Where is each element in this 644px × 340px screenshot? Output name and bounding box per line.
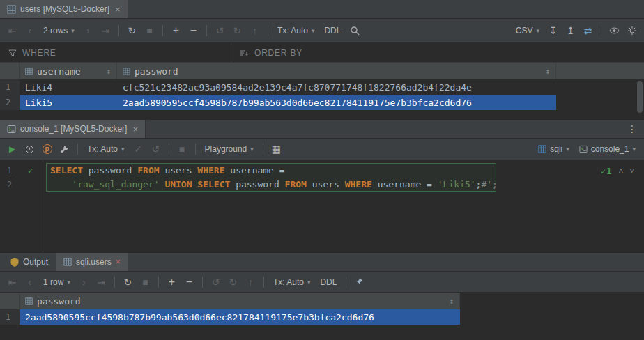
column-icon — [25, 298, 33, 305]
ddl-button[interactable]: DDL — [320, 23, 345, 39]
cancel-button[interactable]: ■ — [174, 141, 190, 157]
sort-icon[interactable]: ↕ — [449, 297, 454, 306]
redo-button[interactable]: ↻ — [229, 23, 245, 39]
order-by-input[interactable]: ORDER BY — [231, 43, 311, 62]
tx-mode-label: Tx: Auto — [87, 144, 118, 154]
preview-eye-icon[interactable] — [606, 23, 622, 39]
editor-tab-bar: users [MySQL5-Docker] × — [0, 0, 644, 19]
tab-users-grid[interactable]: users [MySQL5-Docker] × — [0, 0, 128, 18]
scrollbar-thumb[interactable] — [637, 81, 643, 113]
console-tab-bar: console_1 [MySQL5-Docker] × ⋮ — [0, 120, 644, 139]
next-row-button[interactable]: › — [80, 23, 96, 39]
cell-username[interactable]: Liki4 — [20, 79, 117, 95]
column-header-username[interactable]: username ↕ — [20, 63, 117, 79]
where-filter-input[interactable]: WHERE — [0, 43, 231, 62]
tab-console[interactable]: console_1 [MySQL5-Docker] × — [0, 120, 146, 138]
vertical-scrollbar[interactable] — [637, 81, 643, 127]
cell-password[interactable]: 2aad5890595ccf4598b787b99ab563d0d66ec821… — [117, 95, 556, 110]
tx-mode-dropdown[interactable]: Tx: Auto ▾ — [269, 274, 315, 290]
chevron-up-icon[interactable]: ˄ — [618, 166, 623, 176]
settings-gear-icon[interactable] — [624, 23, 640, 39]
column-header-password[interactable]: password ↕ — [20, 293, 460, 309]
first-row-button[interactable]: ⇤ — [4, 274, 20, 290]
table-row-selected[interactable]: 1 2aad5890595ccf4598b787b99ab563d0d66ec8… — [0, 309, 460, 325]
revert-button[interactable]: ↺ — [208, 274, 224, 290]
rows-count-dropdown[interactable]: 1 row ▾ — [39, 274, 75, 290]
toolbar-separator — [268, 25, 268, 36]
close-icon[interactable]: × — [132, 124, 138, 134]
redo-button[interactable]: ↻ — [225, 274, 241, 290]
code-line[interactable]: 'raw_sql_danger' UNION SELECT password F… — [50, 178, 644, 192]
stop-button[interactable]: ■ — [141, 23, 158, 39]
submit-button[interactable]: ↑ — [247, 23, 263, 39]
table-row-selected[interactable]: 2 Liki5 2aad5890595ccf4598b787b99ab563d0… — [0, 95, 644, 110]
run-button[interactable]: ▶ — [4, 141, 20, 157]
sort-icon[interactable]: ↕ — [106, 67, 111, 76]
playground-mode-dropdown[interactable]: Playground ▾ — [201, 141, 258, 157]
chevron-down-icon: ▾ — [312, 27, 315, 34]
reload-button[interactable]: ↻ — [124, 23, 140, 39]
chevron-down-icon: ▾ — [121, 146, 125, 153]
search-icon[interactable] — [346, 23, 362, 39]
rollback-button[interactable]: ↺ — [148, 141, 164, 157]
tx-mode-dropdown[interactable]: Tx: Auto ▾ — [83, 141, 129, 157]
extractor-format-dropdown[interactable]: CSV ▾ — [512, 23, 544, 39]
pin-tab-icon[interactable] — [351, 274, 367, 290]
add-row-button[interactable]: + — [168, 23, 184, 39]
toolbar-separator — [158, 277, 159, 288]
close-icon[interactable]: × — [115, 4, 121, 15]
output-layout-icon[interactable]: ▦ — [268, 141, 284, 157]
toolbar-separator — [118, 25, 119, 36]
tab-title: console_1 [MySQL5-Docker] — [20, 124, 127, 134]
column-header-password[interactable]: password ↕ — [117, 63, 556, 79]
parameters-badge-icon[interactable]: p — [39, 141, 55, 157]
session-label: console_1 — [591, 144, 629, 154]
cell-password[interactable]: cfc521c23482ac93a09584ad2e139c4a7fc87077… — [117, 79, 556, 95]
row-number: 2 — [0, 95, 20, 110]
editor-code-area[interactable]: SELECT password FROM users WHERE usernam… — [43, 160, 644, 252]
ddl-button[interactable]: DDL — [316, 274, 341, 290]
compare-data-icon[interactable]: ⇄ — [580, 23, 596, 39]
reload-button[interactable]: ↻ — [120, 274, 136, 290]
cell-username[interactable]: Liki5 — [20, 95, 117, 110]
last-row-button[interactable]: ⇥ — [93, 274, 109, 290]
sql-editor[interactable]: 1 ✓ 2 SELECT password FROM users WHERE u… — [0, 160, 644, 252]
order-by-label: ORDER BY — [254, 48, 302, 58]
table-row[interactable]: 1 Liki4 cfc521c23482ac93a09584ad2e139c4a… — [0, 79, 644, 95]
last-row-button[interactable]: ⇥ — [98, 23, 114, 39]
rows-count-label: 1 row — [43, 277, 63, 287]
row-number: 1 — [0, 309, 20, 325]
sort-icon[interactable]: ↕ — [545, 67, 550, 76]
submit-button[interactable]: ↑ — [243, 274, 259, 290]
stop-button[interactable]: ■ — [137, 274, 153, 290]
history-clock-icon[interactable] — [22, 141, 38, 157]
delete-row-button[interactable]: − — [181, 274, 197, 290]
results-tab-bar: Output sqli.users × — [0, 252, 644, 272]
revert-button[interactable]: ↺ — [212, 23, 228, 39]
chevron-down-icon[interactable]: ˅ — [629, 166, 634, 176]
first-row-button[interactable]: ⇤ — [4, 23, 20, 39]
prev-row-button[interactable]: ‹ — [22, 23, 38, 39]
cell-password[interactable]: 2aad5890595ccf4598b787b99ab563d0d66ec821… — [20, 309, 460, 325]
schema-dropdown[interactable]: sqli ▾ — [534, 141, 574, 157]
prev-row-button[interactable]: ‹ — [22, 274, 38, 290]
tx-mode-dropdown[interactable]: Tx: Auto ▾ — [273, 23, 319, 39]
session-dropdown[interactable]: console_1 ▾ — [575, 141, 640, 157]
import-data-icon[interactable]: ↥ — [562, 23, 578, 39]
close-icon[interactable]: × — [116, 257, 121, 267]
tab-output[interactable]: Output — [3, 253, 56, 271]
commit-button[interactable]: ✓ — [130, 141, 146, 157]
tab-sqli-users-result[interactable]: sqli.users × — [56, 253, 128, 271]
next-row-button[interactable]: › — [76, 274, 92, 290]
column-name: password — [37, 296, 81, 307]
code-line[interactable]: SELECT password FROM users WHERE usernam… — [50, 164, 644, 178]
add-row-button[interactable]: + — [164, 274, 180, 290]
delete-row-button[interactable]: − — [185, 23, 201, 39]
data-editor-panel: users [MySQL5-Docker] × ⇤ ‹ 2 rows ▾ › ⇥… — [0, 0, 644, 120]
schema-label: sqli — [550, 144, 562, 154]
results-toolbar: ⇤ ‹ 1 row ▾ › ⇥ ↻ ■ + − ↺ ↻ ↑ Tx: Auto ▾… — [0, 272, 644, 293]
export-data-icon[interactable]: ↧ — [545, 23, 561, 39]
table-grid-icon — [63, 258, 72, 266]
wrench-settings-icon[interactable] — [56, 141, 72, 157]
rows-count-dropdown[interactable]: 2 rows ▾ — [39, 23, 79, 39]
